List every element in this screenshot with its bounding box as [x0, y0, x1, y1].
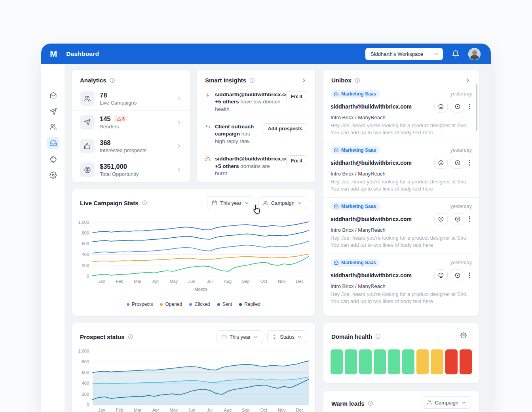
health-bar[interactable] — [331, 349, 343, 374]
stat-senders[interactable]: 145 3 Senders — [72, 110, 190, 134]
svg-text:Sep: Sep — [242, 408, 250, 412]
screenshot-stage: M Dashboard Siddharth's Workspace — [0, 0, 532, 412]
x-circle-icon — [454, 160, 461, 166]
svg-text:0: 0 — [87, 274, 89, 278]
stat-live-campaigns[interactable]: 78 Live Campaigns — [72, 87, 190, 110]
email-from: siddharth@buildwithbricx.com — [331, 160, 412, 166]
dismiss-button[interactable] — [451, 213, 464, 225]
email-from: siddharth@buildwithbricx.com — [331, 272, 412, 278]
svg-text:800: 800 — [82, 231, 89, 235]
sidebar-item-unibox[interactable] — [47, 137, 59, 149]
mail-open-icon — [49, 92, 57, 99]
svg-text:400: 400 — [82, 252, 89, 257]
manyreach-logo-icon[interactable]: M — [50, 50, 57, 58]
svg-text:Feb: Feb — [116, 408, 124, 412]
status-dropdown[interactable]: Status — [267, 330, 307, 343]
more-menu-icon[interactable] — [467, 158, 472, 167]
sidebar-item-integrations[interactable] — [47, 153, 59, 166]
date-range-dropdown[interactable]: This year — [207, 196, 254, 209]
add-prospects-button[interactable]: Add prospects — [263, 123, 307, 134]
users-icon — [263, 200, 268, 206]
svg-text:Aug: Aug — [224, 279, 232, 284]
svg-text:Jan: Jan — [98, 408, 105, 412]
top-header: M Dashboard Siddharth's Workspace — [41, 44, 491, 64]
svg-text:Apr: Apr — [152, 279, 159, 284]
health-bar[interactable] — [388, 349, 400, 374]
health-bar[interactable] — [402, 349, 414, 374]
svg-text:Dec: Dec — [296, 279, 304, 284]
more-menu-icon[interactable] — [467, 215, 472, 223]
email-time: yesterday — [450, 260, 472, 265]
bell-icon[interactable] — [452, 50, 460, 58]
sidebar-item-campaigns[interactable] — [47, 105, 59, 118]
svg-text:Jul: Jul — [207, 408, 213, 412]
sentiment-button[interactable] — [434, 269, 448, 281]
campaign-badge: Marketing Saas — [331, 202, 380, 210]
workspace-selector[interactable]: Siddharth's Workspace — [365, 48, 443, 60]
email-preview: Hey Joe, heard you're looking for a prod… — [331, 291, 472, 305]
health-bar[interactable] — [460, 349, 472, 374]
email-list-item[interactable]: Marketing Saas yesterday siddharth@build… — [323, 254, 479, 310]
email-subject: Intro Bricx / ManyReach — [331, 114, 472, 120]
smart-insights-card: Smart Insights siddharth@buildwithbricx.… — [197, 69, 315, 183]
x-circle-icon — [454, 272, 461, 278]
email-list-item[interactable]: Marketing Saas yesterday siddharth@build… — [323, 197, 479, 254]
stat-label: Live Campaigns — [100, 100, 137, 106]
svg-text:600: 600 — [82, 370, 89, 375]
sentiment-button[interactable] — [434, 101, 448, 113]
more-menu-icon[interactable] — [467, 271, 472, 280]
svg-text:May: May — [169, 408, 178, 412]
sidebar-item-mail[interactable] — [47, 89, 59, 101]
email-list-item[interactable]: Marketing Saas yesterday siddharth@build… — [323, 85, 479, 141]
app-window: M Dashboard Siddharth's Workspace — [41, 44, 491, 412]
analytics-card: Analytics 78 Live Campaigns 145 3 Sender… — [72, 69, 190, 183]
fix-it-button[interactable]: Fix it — [286, 91, 307, 102]
date-range-dropdown[interactable]: This year — [217, 330, 263, 343]
chevron-down-icon — [244, 200, 249, 206]
health-bar[interactable] — [359, 349, 371, 374]
unibox-link-chevron-icon[interactable] — [465, 77, 471, 84]
email-list-item[interactable]: Marketing Saas yesterday siddharth@build… — [323, 141, 479, 197]
stat-interested-prospects[interactable]: 368 Interested prospects — [72, 134, 190, 158]
health-bar[interactable] — [416, 349, 429, 374]
info-icon — [368, 401, 373, 406]
view-more-link[interactable]: View more — [323, 310, 479, 317]
dismiss-button[interactable] — [451, 269, 464, 281]
stat-value: 145 — [100, 115, 111, 123]
svg-text:Feb: Feb — [116, 279, 124, 284]
warm-leads-campaign-dropdown[interactable]: Campaign — [422, 396, 471, 409]
domain-health-settings-button[interactable] — [456, 328, 471, 342]
workspace-name: Siddharth's Workspace — [370, 51, 423, 57]
health-bar[interactable] — [445, 349, 458, 374]
users-icon — [49, 123, 57, 131]
svg-text:Month: Month — [194, 287, 207, 292]
smart-insights-link-chevron-icon[interactable] — [301, 77, 307, 84]
fix-it-button[interactable]: Fix it — [286, 155, 307, 166]
campaign-badge: Marketing Saas — [331, 259, 380, 267]
live-campaign-stats-card: Live Campaign Stats This year Campaign 0 — [72, 189, 315, 316]
svg-text:Jun: Jun — [188, 408, 195, 412]
health-bar[interactable] — [345, 349, 357, 374]
stat-total-opportunity[interactable]: $351,000 Total Opportunity — [72, 158, 190, 181]
avatar[interactable] — [468, 48, 481, 60]
more-menu-icon[interactable] — [467, 102, 472, 111]
svg-text:600: 600 — [82, 241, 89, 246]
sidebar-item-settings[interactable] — [47, 169, 59, 181]
info-icon — [110, 78, 115, 83]
sentiment-button[interactable] — [434, 157, 448, 169]
dismiss-button[interactable] — [451, 157, 464, 169]
svg-text:Dec: Dec — [296, 408, 304, 412]
scrollbar-thumb[interactable] — [476, 84, 477, 131]
insight-row: siddharth@buildwithbricx.com +5 others h… — [197, 86, 315, 118]
campaign-dropdown[interactable]: Campaign — [258, 196, 307, 209]
calendar-icon — [221, 334, 227, 340]
dismiss-button[interactable] — [451, 101, 464, 113]
sidebar-item-prospects[interactable] — [47, 120, 59, 133]
stat-value: 78 — [100, 92, 137, 99]
email-subject: Intro Bricx / ManyReach — [331, 283, 472, 289]
svg-text:Oct: Oct — [260, 408, 267, 412]
sentiment-button[interactable] — [434, 213, 448, 225]
health-bar[interactable] — [431, 349, 443, 374]
stat-value: $351,000 — [100, 163, 139, 170]
health-bar[interactable] — [374, 349, 386, 374]
